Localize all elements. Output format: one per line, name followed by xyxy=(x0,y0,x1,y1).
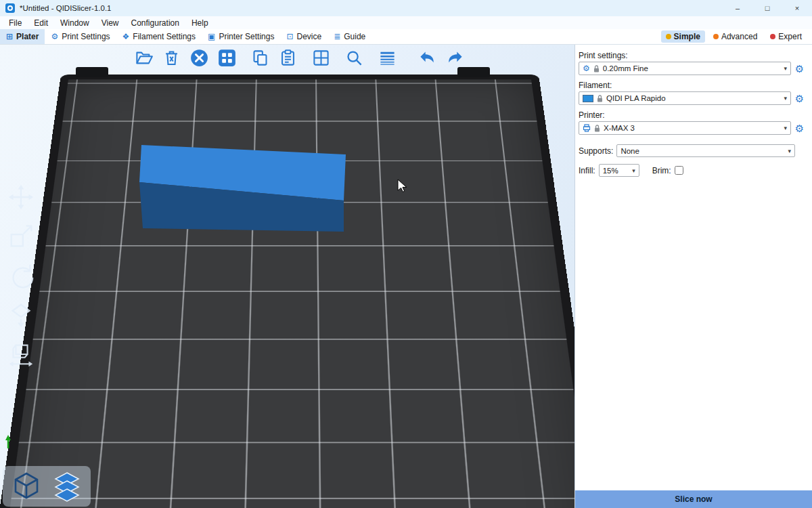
printer-icon xyxy=(583,124,591,132)
split-icon xyxy=(312,49,330,67)
tab-print-settings[interactable]: ⚙ Print Settings xyxy=(45,29,116,44)
layers-preview-icon xyxy=(51,470,83,503)
menu-configuration[interactable]: Configuration xyxy=(125,16,185,29)
brim-label: Brim: xyxy=(652,166,671,175)
measure-icon xyxy=(7,340,35,368)
filament-value: QIDI PLA Rapido xyxy=(606,94,780,102)
mode-label: Simple xyxy=(674,32,700,41)
filament-settings-icon: ❖ xyxy=(122,33,130,41)
mode-simple[interactable]: Simple xyxy=(661,30,705,43)
delete-button[interactable] xyxy=(160,47,183,69)
delete-icon xyxy=(162,49,181,67)
arrange-button[interactable] xyxy=(216,47,238,69)
variable-layer-height-icon xyxy=(378,49,397,67)
layers-preview-button[interactable] xyxy=(50,469,84,504)
menubar: File Edit Window View Configuration Help xyxy=(0,16,812,29)
infill-value: 15% xyxy=(603,167,629,175)
scale-gizmo-button[interactable] xyxy=(5,221,37,252)
printer-settings-icon: ▣ xyxy=(208,33,215,41)
open-folder-icon xyxy=(135,49,153,67)
lock-icon xyxy=(597,95,603,102)
printer-combo[interactable]: X-MAX 3 ▾ xyxy=(579,121,791,135)
tab-label: Guide xyxy=(344,32,365,41)
mode-label: Advanced xyxy=(721,32,757,41)
filament-gear-button[interactable]: ⚙ xyxy=(794,93,805,104)
viewport-3d[interactable] xyxy=(0,45,575,508)
place-on-face-gizmo-button[interactable] xyxy=(5,299,37,331)
rotate-gizmo-button[interactable] xyxy=(5,260,37,291)
printer-value: X-MAX 3 xyxy=(604,124,780,132)
tab-plater[interactable]: ⊞ Plater xyxy=(0,29,45,44)
tab-filament-settings[interactable]: ❖ Filament Settings xyxy=(116,29,202,44)
3d-editor-view-button[interactable] xyxy=(9,469,43,504)
filament-color-swatch xyxy=(583,95,593,102)
infill-combo[interactable]: 15% ▾ xyxy=(599,164,639,177)
maximize-button[interactable]: □ xyxy=(752,0,782,16)
tab-printer-settings[interactable]: ▣ Printer Settings xyxy=(202,29,280,44)
filament-label: Filament: xyxy=(579,81,805,90)
brim-checkbox[interactable] xyxy=(675,166,683,175)
place-on-face-icon xyxy=(7,301,35,329)
chevron-down-icon: ▾ xyxy=(784,95,787,102)
delete-all-icon xyxy=(190,49,208,67)
app-window: *Untitled - QIDISlicer-1.0.1 – □ × File … xyxy=(0,0,812,508)
print-settings-label: Print settings: xyxy=(579,51,805,60)
redo-button[interactable] xyxy=(444,47,466,69)
expert-mode-dot-icon xyxy=(770,34,775,39)
minimize-button[interactable]: – xyxy=(723,0,752,16)
split-objects-button[interactable] xyxy=(310,47,332,69)
sidebar: Print settings: ⚙ 0.20mm Fine ▾ ⚙ Filame… xyxy=(575,45,812,508)
menu-help[interactable]: Help xyxy=(185,16,215,29)
device-icon: ⊡ xyxy=(286,33,293,41)
plate-clip xyxy=(76,67,108,77)
open-project-button[interactable] xyxy=(133,47,155,69)
tab-guide[interactable]: ≣ Guide xyxy=(328,29,371,44)
search-icon xyxy=(345,49,363,67)
mode-selector: Simple Advanced Expert xyxy=(661,29,812,44)
plater-icon: ⊞ xyxy=(6,33,13,41)
chevron-down-icon: ▾ xyxy=(784,125,787,131)
main-area: Print settings: ⚙ 0.20mm Fine ▾ ⚙ Filame… xyxy=(0,45,812,508)
menu-edit[interactable]: Edit xyxy=(28,16,54,29)
preset-gear-icon: ⚙ xyxy=(583,64,590,72)
move-gizmo-button[interactable] xyxy=(5,182,37,213)
scale-icon xyxy=(7,222,35,251)
menu-window[interactable]: Window xyxy=(54,16,95,29)
close-button[interactable]: × xyxy=(782,0,812,16)
paste-button[interactable] xyxy=(277,47,299,69)
arrange-icon xyxy=(218,49,236,67)
mode-advanced[interactable]: Advanced xyxy=(708,30,762,43)
copy-button[interactable] xyxy=(249,47,271,69)
undo-button[interactable] xyxy=(416,47,438,69)
tabbar: ⊞ Plater ⚙ Print Settings ❖ Filament Set… xyxy=(0,29,812,45)
printer-gear-button[interactable]: ⚙ xyxy=(794,123,805,133)
menu-file[interactable]: File xyxy=(3,16,28,29)
menu-view[interactable]: View xyxy=(95,16,125,29)
plater-toolbar xyxy=(133,47,466,69)
copy-icon xyxy=(251,49,269,67)
print-settings-combo[interactable]: ⚙ 0.20mm Fine ▾ xyxy=(579,62,791,75)
lock-icon xyxy=(594,125,600,132)
gizmo-toolbar xyxy=(5,182,37,370)
print-settings-value: 0.20mm Fine xyxy=(603,64,781,72)
print-settings-gear-button[interactable]: ⚙ xyxy=(794,64,805,74)
slice-now-button[interactable]: Slice now xyxy=(575,490,812,508)
measure-gizmo-button[interactable] xyxy=(5,339,37,370)
lock-icon xyxy=(593,65,600,72)
mode-label: Expert xyxy=(778,32,802,41)
paste-icon xyxy=(279,49,297,67)
supports-combo[interactable]: None ▾ xyxy=(616,144,795,157)
undo-icon xyxy=(418,49,436,67)
tab-device[interactable]: ⊡ Device xyxy=(280,29,328,44)
rotate-icon xyxy=(7,261,35,290)
tab-label: Filament Settings xyxy=(133,32,196,41)
3d-editor-icon xyxy=(10,470,43,503)
search-button[interactable] xyxy=(343,47,365,69)
move-icon xyxy=(7,183,35,211)
app-logo-icon xyxy=(5,3,15,13)
delete-all-button[interactable] xyxy=(188,47,210,69)
titlebar: *Untitled - QIDISlicer-1.0.1 – □ × xyxy=(0,0,812,16)
variable-layer-height-button[interactable] xyxy=(376,47,399,69)
mode-expert[interactable]: Expert xyxy=(765,30,807,43)
filament-combo[interactable]: QIDI PLA Rapido ▾ xyxy=(579,91,791,105)
